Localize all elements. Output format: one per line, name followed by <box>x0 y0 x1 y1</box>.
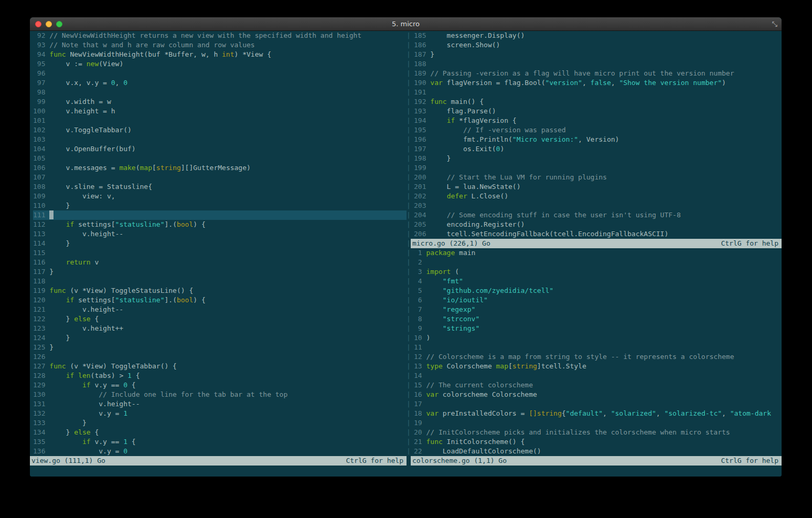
code-line[interactable]: 118 <box>33 277 407 286</box>
code-line[interactable]: 94 func NewViewWidthHeight(buf *Buffer, … <box>33 50 407 59</box>
code-line[interactable]: 204 // Some encoding stuff in case the u… <box>414 210 782 220</box>
code-line[interactable]: 127 func (v *View) ToggleTabbar() { <box>33 362 407 371</box>
code-line[interactable]: 124 } <box>33 333 407 343</box>
resize-icon[interactable]: ⤡ <box>772 20 777 28</box>
code-line[interactable]: 13 type Colorscheme map[string]tcell.Sty… <box>414 362 782 371</box>
code-line[interactable]: 130 // Include one line for the tab bar … <box>33 390 407 399</box>
code-area-micro-go[interactable]: 185 messenger.Display()186 screen.Show()… <box>411 31 782 239</box>
code-line[interactable]: 194 if *flagVersion { <box>414 116 782 125</box>
code-line[interactable]: 201 L = lua.NewState() <box>414 182 782 192</box>
code-line[interactable]: 16 var colorscheme Colorscheme <box>414 390 782 399</box>
code-line[interactable]: 12 // Colorscheme is a map from string t… <box>414 352 782 362</box>
code-line[interactable]: 185 messenger.Display() <box>414 31 782 40</box>
code-line[interactable]: 107 <box>33 173 407 182</box>
code-line[interactable]: 203 <box>414 201 782 210</box>
code-line[interactable]: 200 // Start the Lua VM for running plug… <box>414 173 782 182</box>
code-line[interactable]: 103 <box>33 135 407 144</box>
code-line[interactable]: 192 func main() { <box>414 97 782 107</box>
code-line[interactable]: 6 "io/ioutil" <box>414 295 782 305</box>
code-line[interactable]: 20 // InitColorscheme picks and initiali… <box>414 428 782 437</box>
code-line[interactable]: 108 v.sline = Statusline{ <box>33 182 407 192</box>
code-line[interactable]: 11 <box>414 343 782 352</box>
code-line[interactable]: 198 } <box>414 154 782 163</box>
code-line[interactable]: 98 <box>33 88 407 97</box>
code-line[interactable]: 3 import ( <box>414 267 782 277</box>
code-line[interactable]: 197 os.Exit(0) <box>414 144 782 154</box>
code-line[interactable]: 191 <box>414 88 782 97</box>
code-line[interactable]: 125 } <box>33 343 407 352</box>
code-line[interactable]: 97 v.x, v.y = 0, 0 <box>33 78 407 88</box>
code-line[interactable]: 115 <box>33 248 407 258</box>
code-line[interactable]: 8 "strconv" <box>414 314 782 324</box>
code-line[interactable]: 187 } <box>414 50 782 59</box>
code-line[interactable]: 193 flag.Parse() <box>414 107 782 116</box>
code-line[interactable]: 134 } else { <box>33 428 407 437</box>
code-area-colorscheme-go[interactable]: 1 package main 2 3 import ( 4 "fmt" 5 "g… <box>411 248 782 456</box>
code-line[interactable]: 112 if settings["statusline"].(bool) { <box>33 220 407 229</box>
code-line[interactable]: 117 } <box>33 267 407 277</box>
code-line[interactable]: 106 v.messages = make(map[string][]Gutte… <box>33 163 407 173</box>
code-line[interactable]: 132 v.y = 1 <box>33 409 407 418</box>
line-number: 128 <box>33 372 49 379</box>
code-line[interactable]: 110 } <box>33 201 407 210</box>
code-line[interactable]: 122 } else { <box>33 314 407 324</box>
code-area-view-go[interactable]: 92 // NewViewWidthHeight returns a new v… <box>30 31 407 456</box>
code-line[interactable]: 188 <box>414 59 782 69</box>
code-line[interactable]: 123 v.height++ <box>33 324 407 333</box>
code-line[interactable]: 206 tcell.SetEncodingFallback(tcell.Enco… <box>414 229 782 239</box>
code-line[interactable]: 22 LoadDefaultColorscheme() <box>414 447 782 456</box>
code-line[interactable]: 7 "regexp" <box>414 305 782 314</box>
code-line[interactable]: 10 ) <box>414 333 782 343</box>
code-line[interactable]: 9 "strings" <box>414 324 782 333</box>
code-line[interactable]: 18 var preInstalledColors = []string{"de… <box>414 409 782 418</box>
code-line[interactable]: 113 v.height-- <box>33 229 407 239</box>
code-line[interactable]: 2 <box>414 258 782 267</box>
window-titlebar[interactable]: 5. micro ⤡ <box>30 17 782 31</box>
code-line[interactable]: 105 <box>33 154 407 163</box>
code-line[interactable]: 100 v.height = h <box>33 107 407 116</box>
code-line[interactable]: 202 defer L.Close() <box>414 192 782 201</box>
code-line[interactable]: 1 package main <box>414 248 782 258</box>
terminal-window[interactable]: 5. micro ⤡ 92 // NewViewWidthHeight retu… <box>30 17 782 477</box>
code-line[interactable]: 109 view: v, <box>33 192 407 201</box>
code-line[interactable]: 126 <box>33 352 407 362</box>
code-line[interactable]: 114 } <box>33 239 407 248</box>
code-line[interactable]: 19 <box>414 418 782 428</box>
code-line[interactable]: 195 // If -version was passed <box>414 125 782 135</box>
code-line[interactable]: 133 } <box>33 418 407 428</box>
code-line[interactable]: 116 return v <box>33 258 407 267</box>
code-line[interactable]: 135 if v.y == 1 { <box>33 437 407 447</box>
code-line[interactable]: 99 v.width = w <box>33 97 407 107</box>
code-line[interactable]: 129 if v.y == 0 { <box>33 380 407 390</box>
minimize-button[interactable] <box>46 21 52 27</box>
code-line[interactable]: 128 if len(tabs) > 1 { <box>33 371 407 380</box>
code-line[interactable]: 121 v.height-- <box>33 305 407 314</box>
code-line[interactable]: 190 var flagVersion = flag.Bool("version… <box>414 78 782 88</box>
line-number: 118 <box>33 277 49 285</box>
code-line[interactable]: 101 <box>33 116 407 125</box>
code-line[interactable]: 136 v.y = 0 <box>33 447 407 456</box>
code-line[interactable]: 21 func InitColorscheme() { <box>414 437 782 447</box>
code-line[interactable]: 15 // The current colorscheme <box>414 380 782 390</box>
code-line[interactable]: 95 v := new(View) <box>33 59 407 69</box>
code-line[interactable]: 102 v.ToggleTabbar() <box>33 125 407 135</box>
code-line[interactable]: 17 <box>414 399 782 409</box>
code-line[interactable]: 199 <box>414 163 782 173</box>
code-line[interactable]: 111 <box>33 210 407 220</box>
code-line[interactable]: 131 v.height-- <box>33 399 407 409</box>
code-line[interactable]: 14 <box>414 371 782 380</box>
code-line[interactable]: 119 func (v *View) ToggleStatusLine() { <box>33 286 407 295</box>
code-line[interactable]: 189 // Passing -version as a flag will h… <box>414 69 782 78</box>
code-line[interactable]: 92 // NewViewWidthHeight returns a new v… <box>33 31 407 40</box>
code-line[interactable]: 5 "github.com/zyedidia/tcell" <box>414 286 782 295</box>
code-line[interactable]: 93 // Note that w and h are raw column a… <box>33 40 407 50</box>
zoom-button[interactable] <box>56 21 62 27</box>
code-line[interactable]: 186 screen.Show() <box>414 40 782 50</box>
code-line[interactable]: 205 encoding.Register() <box>414 220 782 229</box>
code-line[interactable]: 96 <box>33 69 407 78</box>
code-line[interactable]: 104 v.OpenBuffer(buf) <box>33 144 407 154</box>
code-line[interactable]: 120 if settings["statusline"].(bool) { <box>33 295 407 305</box>
code-line[interactable]: 196 fmt.Println("Micro version:", Versio… <box>414 135 782 144</box>
close-button[interactable] <box>35 21 41 27</box>
code-line[interactable]: 4 "fmt" <box>414 277 782 286</box>
